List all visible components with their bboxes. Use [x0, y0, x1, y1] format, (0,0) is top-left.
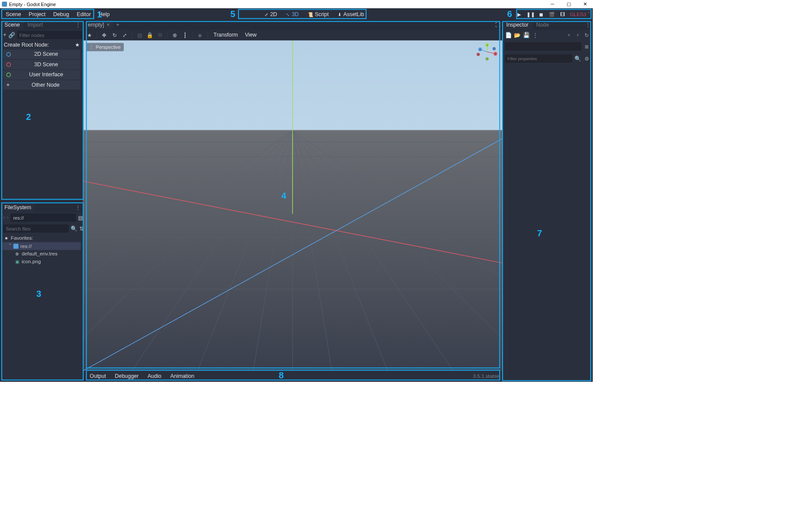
separator — [207, 32, 208, 38]
history-icon[interactable]: ↻ — [583, 31, 590, 38]
script-icon: 📜 — [308, 12, 313, 17]
folder-icon — [14, 244, 19, 249]
camera-preview-icon[interactable]: ◆ — [197, 31, 204, 38]
select-mode-icon[interactable]: ★ — [86, 31, 93, 38]
workspace-2d[interactable]: ⤢2D — [260, 10, 282, 18]
pause-button[interactable]: ❚❚ — [527, 11, 533, 17]
godot-icon — [2, 2, 7, 7]
local-space-icon[interactable]: ⊕ — [171, 31, 178, 38]
create-other-node-button[interactable]: +Other Node — [3, 80, 80, 90]
workspace-script[interactable]: 📜Script — [303, 10, 333, 18]
version-label: 3.5.1.stable — [473, 374, 499, 379]
filter-properties-input[interactable] — [505, 54, 573, 63]
plus-icon: + — [7, 82, 10, 88]
fs-file-default-env[interactable]: ⊕default_env.tres — [3, 250, 81, 258]
fs-root[interactable]: ˅res:// — [3, 242, 81, 250]
scene-panel-menu-icon[interactable]: ⋮ — [75, 21, 81, 28]
search-icon[interactable]: 🔍 — [574, 55, 581, 62]
menu-help[interactable]: Help — [95, 10, 113, 18]
create-3d-scene-button[interactable]: 3D Scene — [3, 60, 80, 69]
distraction-free-icon[interactable]: ⛶ — [495, 22, 500, 28]
add-scene-tab[interactable]: + — [113, 20, 122, 29]
2d-icon: ⤢ — [265, 12, 268, 17]
tab-node[interactable]: Node — [532, 20, 553, 29]
close-button[interactable]: ✕ — [580, 1, 591, 7]
maximize-button[interactable]: ▢ — [564, 1, 574, 7]
extra-options-icon[interactable]: ⋮ — [532, 31, 539, 38]
fs-file-icon[interactable]: ▣icon.png — [3, 258, 81, 265]
workspace-assetlib[interactable]: ⬇AssetLib — [333, 10, 368, 18]
tab-import[interactable]: Import — [24, 20, 47, 29]
bottom-debugger[interactable]: Debugger — [111, 372, 143, 380]
play-scene-button[interactable]: 🎬 — [548, 11, 555, 17]
orientation-gizmo[interactable]: Y X Z — [476, 43, 499, 61]
save-resource-icon[interactable]: 💾 — [523, 31, 530, 38]
scene-tab-empty[interactable]: empty]× — [85, 20, 113, 29]
settings-icon[interactable]: ⚙ — [583, 55, 590, 62]
lock-icon[interactable]: 🔒 — [146, 31, 153, 38]
assetlib-icon: ⬇ — [338, 12, 342, 17]
node2d-icon — [7, 52, 11, 57]
scene-tabbar: empty]× + ⛶ — [83, 20, 503, 30]
svg-line-9 — [292, 130, 453, 371]
svg-text:Y: Y — [486, 44, 488, 47]
inspector-menu-icon[interactable]: ⋮ — [585, 21, 591, 28]
close-tab-icon[interactable]: × — [107, 22, 110, 28]
filesystem-menu-icon[interactable]: ⋮ — [75, 204, 81, 211]
play-button[interactable]: ▶ — [516, 11, 523, 17]
create-ui-button[interactable]: User Interface — [3, 70, 80, 80]
tab-scene[interactable]: Scene — [0, 20, 24, 29]
snap-icon[interactable]: ┇ — [182, 31, 189, 38]
separator — [193, 32, 193, 38]
docs-icon[interactable]: ≣ — [583, 43, 590, 50]
transform-menu[interactable]: Transform — [211, 31, 240, 39]
history-back-icon[interactable]: ‹ — [565, 31, 572, 38]
control-icon — [7, 72, 11, 77]
favorite-icon[interactable]: ★ — [75, 42, 80, 48]
history-fwd-icon[interactable]: › — [574, 31, 581, 38]
new-resource-icon[interactable]: 📄 — [505, 31, 512, 38]
svg-line-5 — [253, 130, 292, 371]
fs-back-icon[interactable]: ‹ — [3, 214, 5, 221]
stop-button[interactable]: ◼ — [537, 11, 544, 17]
search-icon[interactable]: 🔍 — [71, 225, 77, 232]
perspective-badge[interactable]: ⋮Perspective — [86, 43, 124, 51]
filter-nodes-input[interactable] — [17, 31, 82, 39]
menubar: Scene Project Debug Editor Help ⤢2D ⤡3D … — [0, 8, 593, 20]
menu-editor[interactable]: Editor — [74, 10, 94, 18]
menu-scene[interactable]: Scene — [3, 10, 24, 18]
object-name-input[interactable] — [505, 42, 581, 51]
fs-fwd-icon[interactable]: › — [7, 214, 9, 221]
group-icon[interactable]: ⧉ — [156, 31, 163, 38]
rotate-mode-icon[interactable]: ↻ — [111, 31, 118, 38]
tab-inspector[interactable]: Inspector — [503, 20, 533, 29]
create-2d-scene-button[interactable]: 2D Scene — [3, 50, 80, 59]
add-node-icon[interactable]: + — [3, 31, 6, 38]
scale-mode-icon[interactable]: ⤢ — [121, 31, 128, 38]
3d-viewport[interactable]: ⋮Perspective Y X Z — [83, 41, 503, 371]
workspace-3d[interactable]: ⤡3D — [282, 10, 303, 18]
renderer-select[interactable]: GLES3 ˅ — [570, 11, 590, 17]
move-mode-icon[interactable]: ✥ — [101, 31, 108, 38]
filesystem-panel: FileSystem ⋮ ‹ › ▤ 🔍 ⇅ ★Favorites: ˅res:… — [0, 203, 82, 382]
list-select-icon[interactable]: ▤ — [136, 31, 143, 38]
svg-line-1 — [83, 130, 292, 371]
bottom-audio[interactable]: Audio — [144, 372, 165, 380]
bottom-output[interactable]: Output — [86, 372, 110, 380]
fs-favorites[interactable]: ★Favorites: — [3, 234, 81, 242]
play-custom-scene-button[interactable]: 🎞 — [559, 11, 566, 17]
fs-path-input[interactable] — [10, 214, 76, 222]
3d-icon: ⤡ — [286, 12, 290, 17]
menu-debug[interactable]: Debug — [50, 10, 72, 18]
image-icon: ▣ — [15, 259, 20, 264]
tab-filesystem[interactable]: FileSystem — [0, 203, 35, 212]
spatial-icon — [7, 62, 11, 67]
load-resource-icon[interactable]: 📂 — [514, 31, 521, 38]
svg-text:X: X — [495, 53, 496, 55]
link-icon[interactable]: 🔗 — [8, 31, 15, 38]
fs-search-input[interactable] — [3, 224, 68, 233]
view-menu[interactable]: View — [243, 31, 258, 39]
minimize-button[interactable]: ─ — [547, 1, 558, 7]
bottom-animation[interactable]: Animation — [166, 372, 198, 380]
menu-project[interactable]: Project — [26, 10, 49, 18]
